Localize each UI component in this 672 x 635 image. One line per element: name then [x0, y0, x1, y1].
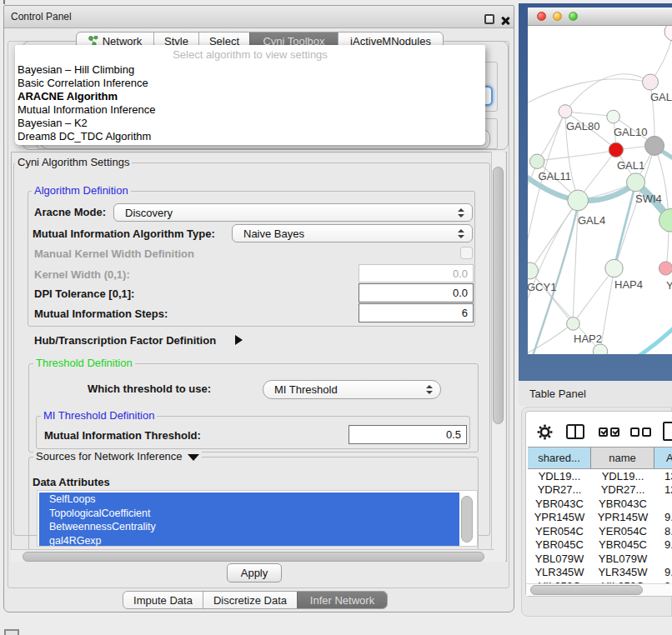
checked-box-icon[interactable]	[610, 428, 619, 437]
network-edge[interactable]	[574, 268, 614, 322]
attribute-list-item[interactable]: TopologicalCoefficient	[39, 507, 459, 521]
unchecked-box-icon[interactable]	[642, 428, 651, 437]
aracne-mode-combobox[interactable]: Discovery	[113, 203, 473, 222]
table-cell[interactable]: 13	[654, 469, 672, 483]
list-scrollbar-thumb[interactable]	[461, 496, 473, 542]
manual-kernel-checkbox[interactable]	[460, 247, 473, 259]
network-node[interactable]	[659, 262, 672, 275]
algorithm-popup-item[interactable]: Bayesian – Hill Climbing	[18, 63, 483, 77]
attribute-list-item[interactable]: gal4RGexp	[39, 534, 459, 547]
table-hscrollbar-thumb[interactable]	[530, 585, 643, 595]
table-cell[interactable]: YDR27...	[591, 483, 654, 498]
table-cell[interactable]: 9.	[654, 511, 672, 525]
network-edge[interactable]	[638, 327, 672, 354]
network-edge[interactable]	[538, 112, 565, 161]
minimize-traffic-light-icon[interactable]	[553, 12, 562, 21]
network-edge[interactable]	[600, 268, 614, 351]
table-cell[interactable]	[654, 497, 672, 511]
table-cell[interactable]: YBR043C	[528, 497, 591, 511]
table-cell[interactable]: YLR345W	[591, 566, 654, 580]
network-edge[interactable]	[565, 112, 613, 117]
column-header-shared-name[interactable]: shared...	[528, 448, 591, 468]
checked-box-icon[interactable]	[599, 428, 608, 437]
network-node[interactable]	[559, 105, 572, 118]
table-cell[interactable]: YER054C	[591, 524, 654, 538]
table-cell[interactable]: YBL079W	[528, 552, 591, 566]
settings-hscrollbar-thumb[interactable]	[23, 552, 484, 562]
algorithm-popup-item[interactable]: Bayesian – K2	[18, 117, 483, 130]
network-canvas[interactable]: GALGAL80GAL10GAL1GAL11SWI4GAL4GCY1HAP4YH…	[528, 26, 672, 354]
network-node[interactable]	[605, 259, 623, 277]
apply-button[interactable]: Apply	[227, 563, 282, 582]
tab-impute-data[interactable]: Impute Data	[123, 592, 203, 608]
data-attributes-list[interactable]: SelfLoopsTopologicalCoefficientBetweenne…	[37, 490, 478, 547]
column-header-partial[interactable]: A	[654, 448, 672, 468]
close-traffic-light-icon[interactable]	[537, 12, 546, 21]
network-node[interactable]	[664, 26, 672, 41]
dpi-tolerance-field[interactable]: 0.0	[359, 283, 474, 302]
table-cell[interactable]: YBR045C	[528, 538, 591, 552]
unchecked-box-icon[interactable]	[630, 428, 639, 437]
table-row[interactable]: YBL079WYBL079W	[528, 552, 672, 566]
table-cell[interactable]: 9.	[654, 538, 672, 552]
tab-infer-network[interactable]: Infer Network	[297, 592, 387, 608]
attribute-list-item[interactable]: SelfLoops	[39, 492, 459, 507]
network-window-titlebar[interactable]	[528, 8, 672, 26]
table-cell[interactable]: YLR345W	[528, 566, 591, 580]
network-node[interactable]	[567, 318, 580, 331]
network-node[interactable]	[530, 154, 544, 168]
network-edge[interactable]	[528, 79, 650, 105]
table-row[interactable]: YER054CYER054C8.	[528, 524, 672, 538]
algorithm-popup-item[interactable]: ARACNE Algorithm	[18, 90, 483, 103]
attribute-list-item[interactable]: BetweennessCentrality	[39, 520, 459, 534]
table-cell[interactable]: YDL19...	[528, 469, 591, 483]
table-cell[interactable]: YBL079W	[591, 552, 654, 566]
which-threshold-combobox[interactable]: MI Threshold	[263, 380, 441, 399]
algorithm-popup-item[interactable]: Basic Correlation Inference	[18, 77, 483, 90]
table-cell[interactable]: 8.	[654, 524, 672, 538]
table-row[interactable]: YDL19...YDL19...13	[528, 469, 672, 483]
bottom-left-icon[interactable]	[4, 629, 19, 635]
table-cell[interactable]: YBR043C	[591, 497, 654, 511]
network-node[interactable]	[627, 173, 645, 192]
network-node[interactable]	[609, 142, 623, 157]
mi-type-combobox[interactable]: Naive Bayes	[232, 224, 473, 242]
table-cell[interactable]: YDL19...	[591, 469, 654, 483]
tab-discretize-data[interactable]: Discretize Data	[203, 592, 297, 608]
table-row[interactable]: YLR345WYLR345W9.	[528, 566, 672, 580]
network-edge[interactable]	[528, 112, 565, 259]
network-edge[interactable]	[538, 150, 616, 161]
control-panel-titlebar[interactable]: Control Panel	[4, 6, 514, 28]
document-icon[interactable]	[663, 422, 672, 441]
expand-arrow-icon[interactable]	[235, 335, 243, 345]
zoom-traffic-light-icon[interactable]	[569, 12, 578, 21]
table-cell[interactable]	[654, 552, 672, 566]
kernel-width-field[interactable]: 0.0	[359, 264, 474, 282]
network-node[interactable]	[607, 110, 620, 123]
table-row[interactable]: YPR145WYPR145W9.	[528, 511, 672, 525]
table-cell[interactable]: YPR145W	[528, 511, 591, 525]
gear-icon[interactable]	[537, 424, 553, 440]
table-cell[interactable]: YER054C	[528, 524, 591, 538]
network-node[interactable]	[643, 74, 659, 90]
table-cell[interactable]: 9.	[654, 566, 672, 580]
table-cell[interactable]: YDR27...	[528, 483, 591, 498]
table-row[interactable]: YBR045CYBR045C9.	[528, 538, 672, 552]
network-node[interactable]	[645, 136, 664, 155]
network-node[interactable]	[593, 344, 607, 354]
network-view-window[interactable]: GALGAL80GAL10GAL1GAL11SWI4GAL4GCY1HAP4YH…	[528, 8, 672, 354]
table-cell[interactable]: YBR045C	[591, 538, 654, 552]
float-window-icon[interactable]	[484, 14, 494, 24]
algorithm-popup-item[interactable]: Dream8 DC_TDC Algorithm	[18, 130, 483, 143]
table-cell[interactable]: 12	[654, 483, 672, 498]
mi-steps-field[interactable]: 6	[359, 303, 474, 322]
column-header-name[interactable]: name	[591, 448, 654, 468]
settings-vscrollbar-thumb[interactable]	[493, 167, 504, 424]
algorithm-popup-item[interactable]: Mutual Information Inference	[18, 103, 483, 117]
table-row[interactable]: YDR27...YDR27...12	[528, 483, 672, 498]
table-row[interactable]: YBR043CYBR043C	[528, 497, 672, 511]
mi-threshold-field[interactable]: 0.5	[349, 425, 467, 444]
table-cell[interactable]: YPR145W	[591, 511, 654, 525]
close-window-icon[interactable]	[500, 16, 509, 25]
network-node[interactable]	[568, 190, 589, 211]
